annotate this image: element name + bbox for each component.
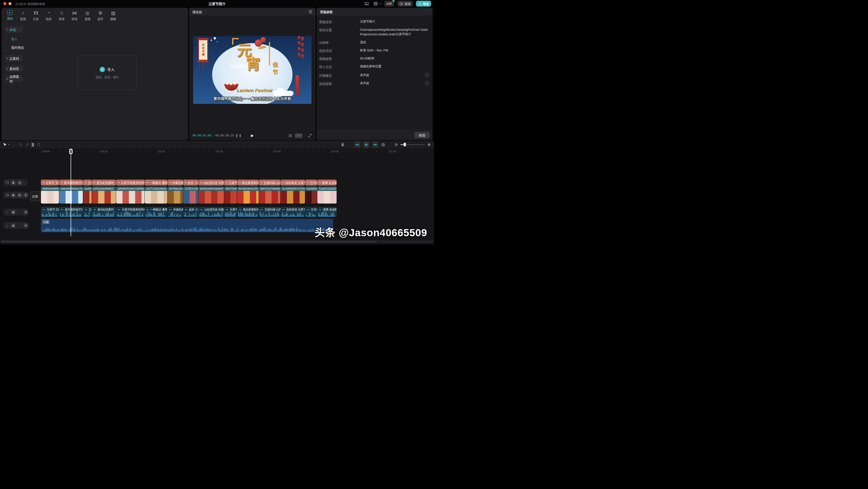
modify-button[interactable]: 修改	[414, 132, 430, 138]
redo-icon[interactable]	[25, 143, 29, 146]
help-icon[interactable]: ?	[425, 81, 429, 85]
review-button[interactable]: 审阅	[397, 1, 413, 7]
audio-clip[interactable]: Aa爱情 友谊和	[317, 207, 337, 217]
sidebar-item-brand-assets[interactable]: ▸ 品牌素材	[5, 76, 23, 82]
audio-clip[interactable]: Aa是为纪念那时	[92, 207, 116, 217]
scrollbar-thumb[interactable]	[1, 240, 377, 242]
audio-clip[interactable]: Aa元宵节也	[224, 207, 237, 217]
tab-audio[interactable]: ♪音频	[18, 10, 28, 21]
text-clip[interactable]: A≡它起	[83, 180, 92, 185]
text-clip[interactable]: A≡总的来说 元宵节是	[281, 180, 305, 185]
layout-switch-icon[interactable]	[373, 1, 379, 6]
sidebar-item-local[interactable]: ▾ 本地	[5, 26, 23, 33]
tab-sticker[interactable]: ◔贴纸	[44, 10, 53, 21]
sidebar-item-cloud-assets[interactable]: ▸ 云素材	[5, 55, 23, 61]
select-tool-caret-icon[interactable]: ▾	[8, 143, 9, 146]
music-clip[interactable]: 幻宙	[41, 219, 333, 232]
text-clip[interactable]: A≡以纪念历史 向祖先	[198, 180, 224, 185]
tab-text[interactable]: TI文本	[31, 10, 40, 21]
video-clip[interactable]: 6ad3b58	[305, 186, 317, 204]
audio-clip[interactable]: Aa元宵节有很多的传统	[116, 207, 145, 217]
audio-clip[interactable]: Aa总的来说 元宵节是	[281, 207, 305, 217]
cover-button[interactable]: 封面	[30, 191, 40, 201]
video-clip[interactable]: d97f6fae41d	[167, 186, 183, 204]
video-clip[interactable]: a0908342ef6e1d00f5a	[116, 186, 145, 204]
player-menu-icon[interactable]	[309, 10, 312, 13]
tab-media[interactable]: ▶媒体	[5, 10, 14, 21]
sidebar-item-import[interactable]: 导入	[11, 36, 26, 41]
audio-clip[interactable]: Aa此外 人们	[183, 207, 198, 217]
video-clip[interactable]: 8d5110e76d9d6e	[259, 186, 280, 204]
lock-icon[interactable]	[11, 223, 16, 228]
text-clip[interactable]: A≡元宵节也	[224, 180, 237, 185]
snapshot-icon[interactable]	[288, 134, 292, 138]
tab-adjust[interactable]: ⚙调节	[96, 10, 105, 21]
audio-clip[interactable]: Aa元宵节 又称“上	[41, 207, 59, 217]
export-button[interactable]: 导出	[416, 1, 431, 7]
undo-icon[interactable]	[19, 143, 23, 146]
lock-icon[interactable]	[11, 193, 16, 198]
play-button[interactable]: ▶	[251, 133, 254, 138]
audio-clip[interactable]: Aa表达爱意和问候	[237, 207, 259, 217]
text-clip[interactable]: A≡外面包裹	[167, 180, 183, 185]
split-tool-icon[interactable]: ][	[32, 143, 34, 146]
zoom-in-icon[interactable]: ⊕	[427, 142, 431, 147]
text-clip[interactable]: A≡元宵节有很多的传统	[116, 180, 145, 185]
lock-icon[interactable]	[11, 210, 16, 215]
aspect-ratio-button[interactable]: 16:9	[295, 134, 302, 138]
tab-transition[interactable]: ⋈转场	[70, 10, 79, 21]
subtitle-icon[interactable]	[364, 1, 370, 6]
preview-quality-icon[interactable]	[236, 134, 241, 137]
text-clip[interactable]: A≡它代表	[305, 180, 317, 185]
fullscreen-icon[interactable]	[308, 134, 312, 138]
playhead[interactable]	[71, 148, 71, 236]
eye-icon[interactable]	[17, 193, 22, 198]
text-clip[interactable]: A≡表达爱意和问候	[237, 180, 259, 185]
text-clip[interactable]: A≡元宵节 又称“上	[41, 180, 59, 185]
link-clips-icon[interactable]	[372, 141, 378, 148]
tab-filter[interactable]: ◎滤镜	[83, 10, 92, 21]
sidebar-item-asset-library[interactable]: ▸ 素材库	[5, 65, 23, 72]
text-clip[interactable]: A≡互相问候 以表	[259, 180, 280, 185]
mute-icon[interactable]	[23, 210, 29, 215]
audio-clip[interactable]: Aa外面包裹	[167, 207, 183, 217]
eye-icon[interactable]	[17, 180, 22, 185]
video-clip[interactable]: 8d855d448f9fca	[41, 186, 59, 204]
layout-caret-icon[interactable]: ▾	[380, 2, 381, 5]
video-clip[interactable]: b2503a9e68dfe5	[92, 186, 116, 204]
linked-preview-icon[interactable]	[363, 141, 369, 148]
mute-icon[interactable]	[23, 193, 29, 198]
select-tool-icon[interactable]	[3, 143, 7, 147]
video-clip[interactable]: 3c184fd2937373cf8	[281, 186, 305, 204]
audio-clip[interactable]: Aa互相问候 以表	[259, 207, 280, 217]
auto-snap-icon[interactable]	[354, 141, 361, 148]
help-icon[interactable]: ?	[425, 73, 429, 77]
vip-button[interactable]: VIP	[384, 1, 394, 7]
timeline-zoom-slider[interactable]	[400, 144, 425, 145]
mute-icon[interactable]	[23, 223, 29, 228]
video-clip[interactable]: ae895d	[83, 186, 92, 204]
video-clip[interactable]: 7ae8f103a9534	[317, 186, 337, 204]
sidebar-item-my-presets[interactable]: 我的预设	[11, 45, 26, 50]
video-clip[interactable]: 112ff21c992	[183, 186, 198, 204]
text-clip[interactable]: A≡爱情 友谊和	[317, 180, 337, 185]
split-frame-icon[interactable]	[381, 143, 385, 147]
minimize-window-button[interactable]	[8, 2, 11, 5]
text-clip[interactable]: A≡此外 人们	[183, 180, 198, 185]
text-clip[interactable]: A≡一种甜点 通常	[145, 180, 167, 185]
video-clip[interactable]: 8a932a94016bd4d7c	[198, 186, 224, 204]
audio-clip[interactable]: Aa一种甜点 通常	[145, 207, 167, 217]
timeline-ruler[interactable]: 00:0000:1000:2000:3000:4000:5001:00	[0, 148, 434, 155]
text-clip[interactable]: A≡是为纪念那时	[92, 180, 116, 185]
delete-icon[interactable]	[37, 143, 41, 146]
import-dropzone[interactable]: + 导入 视频、音频、图片	[78, 56, 136, 90]
audio-clip[interactable]: Aa它代表	[305, 207, 317, 217]
close-window-button[interactable]	[3, 2, 6, 5]
audio-clip[interactable]: Aa以纪念历史 向祖先	[198, 207, 224, 217]
video-clip[interactable]: 656703bff	[224, 186, 237, 204]
video-clip[interactable]: eb3710de3dfb6b	[145, 186, 167, 204]
audio-clip[interactable]: Aa它起	[83, 207, 92, 217]
video-clip[interactable]: f0c48e3b02c341	[237, 186, 259, 204]
tab-template[interactable]: ▤模板	[108, 10, 118, 21]
tab-effects[interactable]: ☆特效	[57, 10, 66, 21]
